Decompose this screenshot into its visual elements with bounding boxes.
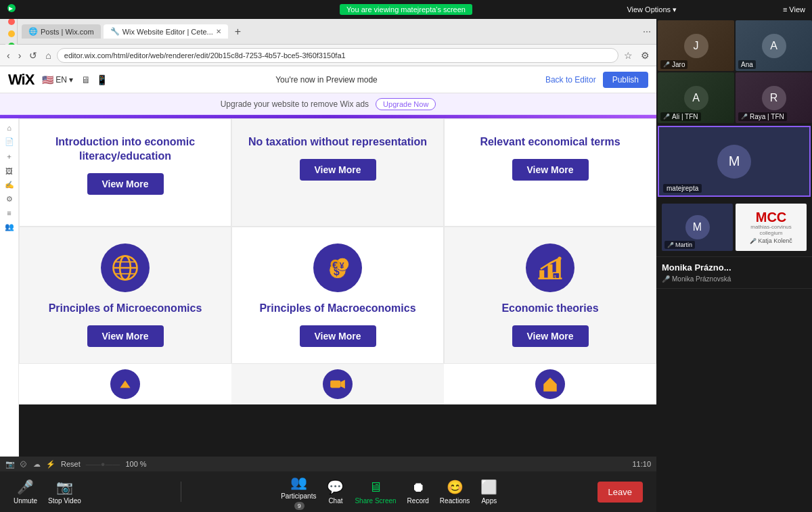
chat-button[interactable]: 💬 Chat (327, 479, 344, 505)
svg-point-17 (558, 256, 561, 260)
participants-icon: 👥 (290, 474, 307, 490)
status-icon-2: ⛒ (20, 460, 28, 468)
view-more-taxation-button[interactable]: View More (300, 159, 376, 181)
wix-sidebar-add-icon[interactable]: ＋ (5, 152, 13, 162)
unmute-button[interactable]: 🎤 Unmute (14, 479, 37, 505)
martin-video-tile: M 🎤 Martin (662, 204, 733, 251)
cell-partial-1 (19, 364, 231, 404)
browser-window-controls (5, 14, 18, 49)
cell-partial-3 (444, 364, 656, 404)
tab-close-icon[interactable]: ✕ (216, 28, 221, 35)
cell-intro-title: Introduction into economic literacy/educ… (33, 135, 217, 164)
wix-sidebar-media-icon[interactable]: 🖼 (5, 167, 13, 175)
wix-sidebar-app-icon[interactable]: ⚙ (6, 195, 13, 204)
participants-button[interactable]: 👥 Participants 9 (281, 474, 316, 510)
record-button[interactable]: ⏺ Record (407, 480, 429, 505)
ctrl-group-center: 👥 Participants 9 💬 Chat 🖥 Share Screen ⏺… (281, 474, 497, 510)
clock: 11:10 (632, 460, 651, 468)
partial-icon-1 (110, 369, 140, 399)
close-window-btn[interactable] (8, 18, 15, 25)
cell-microeconomics: Principles of Microeconomics View More (19, 227, 231, 364)
publish-button[interactable]: Publish (603, 72, 648, 88)
status-icon-1: 📷 (5, 460, 15, 469)
stop-video-button[interactable]: 📷 Stop Video (48, 479, 81, 505)
reactions-icon: 😊 (447, 479, 464, 495)
bookmark-button[interactable]: ☆ (621, 49, 635, 62)
browser-chrome: 🌐 Posts | Wix.com 🔧 Wix Website Editor |… (0, 19, 656, 45)
share-screen-icon: 🖥 (369, 480, 382, 495)
cell-macroeconomics-title: Principles of Macroeconomics (259, 302, 415, 316)
view-more-macro-button[interactable]: View More (300, 325, 376, 347)
globe-icon (111, 254, 139, 282)
svg-rect-14 (548, 264, 553, 279)
main-layout: 🌐 Posts | Wix.com 🔧 Wix Website Editor |… (0, 19, 812, 512)
svg-text:€: € (332, 260, 338, 271)
video-grid: J 🎤 Jaro A Ana A (656, 19, 812, 124)
apps-button[interactable]: ⬜ Apps (480, 479, 497, 505)
tab-label: Wix Website Editor | Cete... (122, 28, 213, 36)
home-button[interactable]: ⌂ (43, 49, 53, 62)
arrow-icon (116, 375, 134, 393)
view-options-button[interactable]: View Options ▾ (627, 5, 677, 14)
wix-logo: WiX (8, 71, 34, 89)
controls-separator (181, 482, 181, 502)
upgrade-text: Upgrade your website to remove Wix ads (221, 99, 369, 109)
svg-rect-20 (330, 380, 340, 388)
row-2: Principles of Microeconomics View More $… (19, 227, 656, 364)
wix-sidebar-layers-icon[interactable]: ≡ (7, 209, 11, 217)
view-more-micro-button[interactable]: View More (87, 325, 164, 347)
reset-button[interactable]: Reset (61, 460, 81, 468)
monika-mic-status: 🎤 Monika Práznovská (662, 275, 807, 283)
mic-muted-icon-ali: 🎤 (663, 114, 670, 120)
wix-sidebar-pages-icon[interactable]: 📄 (5, 137, 14, 146)
preview-mode-text: You're now in Preview mode (275, 75, 378, 85)
row-3-partial (19, 364, 656, 404)
nav-bar: ‹ › ↺ ⌂ ☆ ⚙ (0, 45, 656, 66)
apps-icon: ⬜ (480, 479, 497, 495)
martin-video-label: 🎤 Martin (664, 241, 695, 249)
svg-text:¥: ¥ (340, 261, 344, 271)
monika-name: Monika Prázno... (662, 262, 807, 273)
reload-button[interactable]: ↺ (26, 49, 40, 62)
view-more-intro-button[interactable]: View More (87, 173, 164, 195)
share-screen-button[interactable]: 🖥 Share Screen (355, 480, 396, 505)
wix-sidebar-home-icon[interactable]: ⌂ (7, 124, 12, 132)
right-panel: J 🎤 Jaro A Ana A (656, 19, 812, 512)
participant-count-badge: 9 (294, 502, 304, 510)
website-content: Introduction into economic literacy/educ… (19, 118, 656, 457)
zoom-slider[interactable]: ——●—— (86, 460, 120, 468)
microeconomics-icon-circle (101, 243, 150, 292)
featured-video-tile: M matejrepta (658, 126, 811, 197)
cell-microeconomics-title: Principles of Microeconomics (49, 302, 202, 316)
katja-label: 🎤 Katja Kolenč (750, 237, 792, 244)
tab-favicon: 🔧 (110, 27, 120, 36)
wix-sidebar-users-icon[interactable]: 👥 (5, 223, 14, 231)
status-icon-4: ⚡ (46, 460, 55, 469)
browser-menu-icon[interactable]: ⋯ (643, 27, 651, 37)
upgrade-now-button[interactable]: Upgrade Now (376, 98, 436, 110)
language-selector[interactable]: 🇺🇸 EN ▾ (42, 74, 73, 85)
wix-toolbar: WiX 🇺🇸 EN ▾ 🖥 📱 You're now in Preview mo… (0, 66, 656, 93)
back-button[interactable]: ‹ (4, 49, 13, 62)
wix-sidebar-blog-icon[interactable]: ✍ (5, 181, 14, 189)
desktop-icon[interactable]: 🖥 (81, 74, 91, 85)
video-tile-jaro: J 🎤 Jaro (658, 20, 734, 71)
reactions-button[interactable]: 😊 Reactions (440, 479, 470, 505)
back-to-editor-link[interactable]: Back to Editor (545, 75, 596, 85)
browser-tab-wix[interactable]: 🔧 Wix Website Editor | Cete... ✕ (104, 24, 228, 39)
forward-button[interactable]: › (16, 49, 24, 62)
svg-rect-13 (539, 271, 544, 279)
settings-button[interactable]: ⚙ (638, 49, 652, 62)
mobile-icon[interactable]: 📱 (96, 74, 108, 85)
minimize-window-btn[interactable] (8, 30, 15, 37)
martin-card: M 🎤 Martin MCC mathias-corvinuscollegium… (656, 198, 812, 257)
browser-tab-posts[interactable]: 🌐 Posts | Wix.com (22, 24, 101, 39)
address-bar[interactable] (57, 48, 618, 63)
view-more-terms-button[interactable]: View More (512, 159, 589, 181)
mic-muted-icon: 🎤 (663, 62, 670, 68)
video-tile-label-ana: Ana (738, 60, 756, 69)
leave-button[interactable]: Leave (597, 482, 643, 503)
new-tab-button[interactable]: + (231, 26, 245, 38)
cell-macroeconomics: $ ¥ € Principles of Macroeconomics View … (231, 227, 444, 364)
view-more-theories-button[interactable]: View More (512, 325, 589, 347)
